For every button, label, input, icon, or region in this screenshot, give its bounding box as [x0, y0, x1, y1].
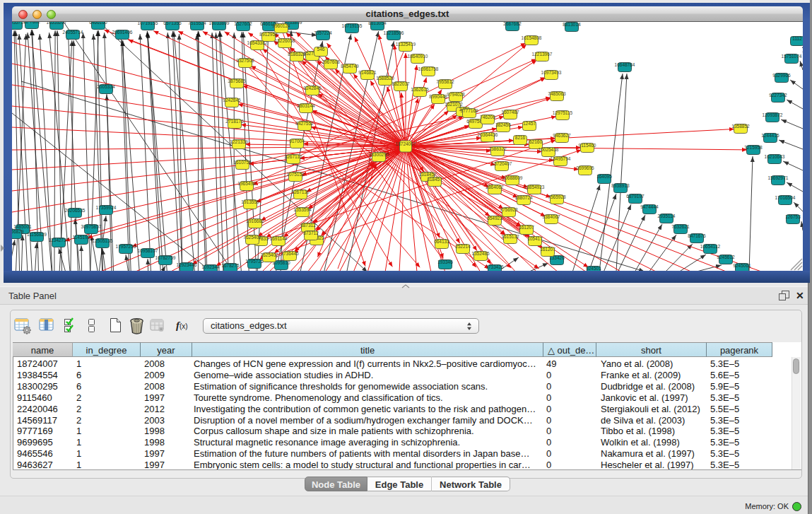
svg-text:7625402: 7625402 [243, 235, 261, 240]
svg-text:7632621: 7632621 [671, 224, 690, 229]
svg-text:2005334: 2005334 [97, 84, 115, 89]
svg-text:7515524: 7515524 [188, 22, 206, 25]
svg-text:12975115: 12975115 [553, 110, 573, 115]
svg-text:12213967: 12213967 [532, 52, 553, 57]
svg-text:1588520: 1588520 [376, 76, 394, 81]
svg-text:7625402: 7625402 [260, 252, 278, 257]
svg-text:16154808: 16154808 [522, 35, 542, 40]
svg-text:1352485: 1352485 [471, 251, 490, 256]
svg-text:7565928: 7565928 [548, 194, 566, 199]
svg-text:20206535: 20206535 [65, 208, 86, 213]
svg-text:3267110: 3267110 [285, 154, 302, 159]
svg-text:746206: 746206 [480, 115, 495, 119]
svg-text:24055714: 24055714 [63, 30, 83, 35]
svg-text:1691144: 1691144 [270, 236, 288, 241]
svg-text:3215958: 3215958 [744, 145, 763, 150]
svg-text:9245061: 9245061 [733, 263, 751, 268]
svg-text:1916682: 1916682 [246, 218, 264, 223]
svg-text:1221339: 1221339 [230, 139, 248, 144]
svg-text:9227342: 9227342 [769, 93, 787, 98]
svg-text:1353594: 1353594 [293, 207, 312, 212]
svg-text:193346: 193346 [437, 259, 453, 264]
svg-text:10719155: 10719155 [342, 23, 363, 28]
svg-text:9245612: 9245612 [717, 255, 735, 259]
svg-text:9474444: 9474444 [640, 204, 659, 209]
svg-text:7955812: 7955812 [436, 79, 454, 84]
svg-text:9777169: 9777169 [460, 108, 478, 113]
svg-text:2156829: 2156829 [12, 229, 24, 234]
svg-text:17359924: 17359924 [96, 205, 117, 210]
svg-text:10025438: 10025438 [539, 147, 559, 152]
svg-text:12 7602: 12 7602 [23, 22, 40, 24]
svg-text:6466160: 6466160 [89, 22, 107, 25]
svg-text:126753: 126753 [785, 214, 801, 219]
svg-text:1913559: 1913559 [241, 199, 259, 204]
svg-text:1965493: 1965493 [237, 181, 256, 186]
svg-text:6879197: 6879197 [626, 194, 645, 199]
svg-text:10654112: 10654112 [700, 244, 721, 249]
svg-text:8471676: 8471676 [688, 233, 706, 238]
svg-text:18724007: 18724007 [396, 141, 416, 146]
svg-text:554923: 554923 [487, 216, 502, 221]
svg-text:2864067: 2864067 [486, 185, 504, 189]
svg-text:1621072: 1621072 [445, 102, 463, 107]
svg-text:2718176: 2718176 [225, 119, 244, 124]
svg-text:8822037: 8822037 [392, 81, 410, 86]
svg-text:7357224: 7357224 [314, 30, 332, 35]
svg-text:12923446: 12923446 [177, 262, 197, 267]
svg-text:1145192: 1145192 [73, 235, 90, 240]
svg-text:1733426: 1733426 [486, 264, 504, 269]
svg-text:2803144: 2803144 [297, 103, 315, 108]
svg-text:17957255: 17957255 [116, 244, 136, 249]
svg-text:9960124: 9960124 [272, 23, 290, 28]
svg-text:12093872: 12093872 [763, 112, 783, 117]
svg-text:924501: 924501 [586, 266, 601, 271]
svg-text:11325419: 11325419 [396, 42, 416, 47]
svg-text:9329966: 9329966 [772, 73, 791, 78]
svg-text:8813054: 8813054 [368, 22, 387, 25]
svg-text:1358852: 1358852 [731, 124, 750, 129]
svg-text:7756928: 7756928 [500, 207, 518, 212]
svg-text:1092344: 1092344 [201, 264, 220, 269]
svg-text:15751074: 15751074 [782, 54, 802, 59]
svg-text:62160: 62160 [529, 139, 542, 144]
svg-text:12342737: 12342737 [49, 238, 69, 243]
svg-text:16033809: 16033809 [209, 22, 230, 25]
svg-text:13226058: 13226058 [275, 38, 295, 43]
svg-text:2967608: 2967608 [322, 59, 340, 64]
svg-text:8990448: 8990448 [429, 94, 447, 99]
svg-text:546: 546 [317, 47, 325, 52]
svg-text:1318457: 1318457 [418, 172, 437, 177]
svg-text:13495794: 13495794 [551, 156, 571, 161]
svg-text:12457: 12457 [523, 121, 536, 126]
svg-text:873712: 873712 [303, 230, 319, 235]
svg-text:164095: 164095 [596, 174, 612, 179]
svg-text:16543382: 16543382 [247, 40, 268, 45]
svg-text:16553267: 16553267 [47, 22, 67, 25]
svg-text:7386322: 7386322 [488, 146, 507, 151]
svg-text:9242845: 9242845 [223, 98, 241, 103]
svg-text:16210643: 16210643 [765, 154, 785, 159]
svg-text:8938913: 8938913 [611, 183, 630, 188]
svg-text:2687682: 2687682 [503, 22, 522, 26]
svg-text:16782759: 16782759 [155, 255, 176, 260]
svg-text:30975857: 30975857 [81, 224, 102, 229]
svg-text:0699695: 0699695 [576, 165, 594, 170]
svg-text:1527602: 1527602 [234, 22, 252, 26]
svg-text:9794028: 9794028 [447, 92, 465, 97]
svg-text:2935114: 2935114 [658, 214, 676, 218]
svg-text:9242845: 9242845 [303, 86, 322, 90]
svg-text:8216: 8216 [515, 135, 526, 140]
svg-text:17016504: 17016504 [775, 195, 796, 200]
svg-text:20691406: 20691406 [112, 30, 133, 35]
svg-text:9115460: 9115460 [579, 143, 596, 148]
svg-text:1736445: 1736445 [281, 251, 299, 256]
svg-text:3875685: 3875685 [228, 78, 246, 83]
svg-text:15692971: 15692971 [768, 175, 789, 180]
svg-text:1485001: 1485001 [13, 224, 32, 229]
svg-text:8427552: 8427552 [295, 121, 314, 126]
svg-text:318457: 318457 [427, 177, 442, 182]
svg-text:1112: 1112 [792, 36, 802, 41]
svg-text:16961758: 16961758 [418, 66, 439, 71]
svg-text:382456: 382456 [495, 122, 511, 127]
